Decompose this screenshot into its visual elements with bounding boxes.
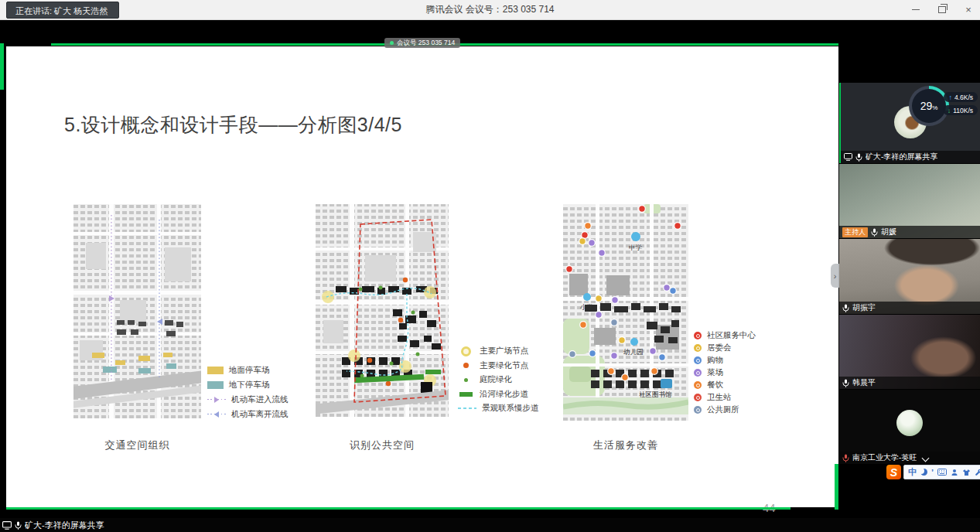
legend-symbol-badge-icon [694, 332, 702, 339]
upload-arrow-icon: ↑ [948, 94, 952, 101]
mic-icon [842, 379, 849, 387]
ime-toolbar: S 中 ’ [886, 465, 980, 479]
map-life-services-graphics [563, 204, 688, 421]
keyboard-icon[interactable] [937, 469, 947, 476]
participant-name: 胡媛 [881, 227, 896, 237]
video-tile-participant[interactable]: 胡振宇 [839, 239, 980, 314]
participant-name: 韩晨平 [852, 377, 876, 388]
legend-item: 菜场 [694, 367, 756, 379]
legend-label: 地下停车场 [229, 380, 270, 390]
legend-symbol-arrow-right-icon [207, 397, 226, 403]
legend-symbol-swatch-icon [207, 367, 224, 374]
video-tile-host[interactable]: 主持人 胡媛 [839, 164, 980, 238]
skin-shirt-icon[interactable] [962, 469, 971, 476]
legend-item: 沿河绿化步道 [458, 387, 539, 402]
legend-label: 地面停车场 [229, 365, 270, 376]
legend-item: 社区服务中心 [694, 329, 756, 342]
download-value: 110K/s [953, 107, 973, 114]
map-label-kindergarten: 幼儿园 [623, 348, 644, 357]
video-tile-participant[interactable]: 韩晨平 [839, 315, 980, 389]
map-label-middle-school: 中学 [629, 244, 642, 253]
legend-item: 公共厕所 [694, 404, 756, 416]
legend-label: 机动车离开流线 [231, 409, 289, 420]
map-public-space [316, 204, 449, 417]
legend-label: 沿河绿化步道 [480, 389, 528, 400]
legend-traffic: 地面停车场地下停车场机动车进入流线机动车离开流线 [207, 363, 289, 421]
legend-item: 主要绿化节点 [458, 359, 539, 373]
voice-person-icon[interactable] [951, 469, 958, 476]
video-tile-sharer[interactable]: 29% ↑ 4.6K/s ↓ 110K/s 矿大-李祥的屏幕共享 [839, 83, 980, 163]
map-traffic-organization [73, 204, 201, 418]
legend-symbol-badge-icon [694, 394, 702, 401]
tile-label-bar: 主持人 胡媛 [839, 226, 980, 238]
legend-item: 地下停车场 [207, 377, 289, 392]
mic-muted-icon [842, 454, 849, 462]
map-life-services: 中学 小学 幼儿园 社区图书馆 [563, 204, 688, 421]
chinese-mode-icon[interactable]: 中 [908, 466, 917, 479]
mic-icon [855, 153, 862, 162]
legend-public-space: 主要广场节点主要绿化节点庭院绿化沿河绿化步道景观联系慢步道 [458, 344, 539, 416]
speaking-indicator: 正在讲话: 矿大 杨天浩然 [6, 2, 119, 19]
legend-label: 公共厕所 [707, 404, 739, 415]
legend-label: 卫生站 [707, 392, 732, 403]
share-status-label: 矿大-李祥的屏幕共享 [25, 520, 104, 531]
legend-label: 菜场 [707, 367, 723, 378]
caption-traffic: 交通空间组织 [73, 438, 201, 452]
punctuation-icon[interactable]: ’ [931, 468, 934, 477]
upload-speed: ↑ 4.6K/s [944, 92, 978, 102]
screen-share-icon [2, 521, 12, 530]
download-speed: ↓ 110K/s [943, 105, 978, 115]
legend-item: 居委会 [694, 342, 756, 354]
titlebar: 腾讯会议 会议号：253 035 714 × [0, 0, 980, 20]
tencent-meeting-window: 腾讯会议 会议号：253 035 714 × 正在讲话: 矿大 杨天浩然 5.设… [0, 0, 980, 532]
legend-label: 餐饮 [707, 380, 723, 390]
slide-frame-right [835, 464, 838, 510]
map-public-space-graphics [316, 204, 449, 417]
legend-symbol-badge-icon [694, 356, 702, 364]
chevron-down-icon[interactable] [922, 454, 930, 462]
legend-label: 居委会 [707, 343, 732, 353]
legend-item: 餐饮 [694, 379, 756, 391]
legend-label: 景观联系慢步道 [482, 403, 539, 414]
legend-symbol-bar-icon [459, 392, 473, 397]
slide-frame-left [0, 43, 4, 90]
window-controls: × [910, 0, 974, 19]
tile-label-bar: 矿大-李祥的屏幕共享 [841, 151, 980, 163]
host-badge: 主持人 [842, 227, 868, 237]
participant-name: 胡振宇 [852, 302, 876, 313]
sogou-logo-icon[interactable]: S [886, 465, 901, 479]
minimize-button[interactable] [910, 0, 921, 19]
participant-avatar [896, 410, 923, 436]
legend-symbol-dash-line-icon [458, 408, 476, 409]
legend-item: 地面停车场 [207, 363, 289, 377]
participants-sidebar: › 29% ↑ 4.6K/s ↓ 110K/s 矿大-李祥的屏幕共享 [839, 20, 980, 518]
video-tile-participant[interactable]: 南京工业大学-英旺 [839, 390, 980, 464]
window-title: 腾讯会议 会议号：253 035 714 [0, 0, 980, 19]
legend-symbol-dot-icon [463, 363, 469, 368]
restore-button[interactable] [937, 0, 948, 19]
legend-symbol-badge-icon [694, 344, 702, 352]
recording-dot-icon [390, 41, 394, 45]
legend-symbol-badge-icon [694, 381, 702, 389]
slide-title: 5.设计概念和设计手段——分析图3/4/5 [64, 112, 402, 138]
legend-item: 购物 [694, 354, 756, 367]
minimize-icon [912, 9, 920, 10]
fullwidth-moon-icon[interactable] [920, 469, 927, 476]
map-traffic-graphics [73, 204, 201, 418]
mic-icon [15, 521, 22, 530]
legend-symbol-badge-icon [694, 369, 702, 377]
chevron-right-icon: › [834, 271, 837, 281]
close-button[interactable]: × [963, 0, 974, 19]
network-percent: 29 [920, 100, 933, 112]
sidebar-collapse-handle[interactable]: › [831, 264, 839, 288]
statusbar: 矿大-李祥的屏幕共享 [0, 518, 980, 532]
legend-symbol-small-dot-icon [464, 378, 468, 382]
shared-screen-region: 5.设计概念和设计手段——分析图3/4/5 44 [0, 20, 839, 518]
legend-symbol-halo-dot-icon [461, 346, 471, 356]
participant-name: 南京工业大学-英旺 [852, 452, 917, 463]
settings-wrench-icon[interactable] [975, 469, 980, 476]
legend-label: 庭院绿化 [480, 374, 512, 385]
ime-strip: 中 ’ [903, 465, 980, 479]
legend-label: 社区服务中心 [707, 330, 756, 341]
legend-item: 景观联系慢步道 [458, 401, 539, 416]
